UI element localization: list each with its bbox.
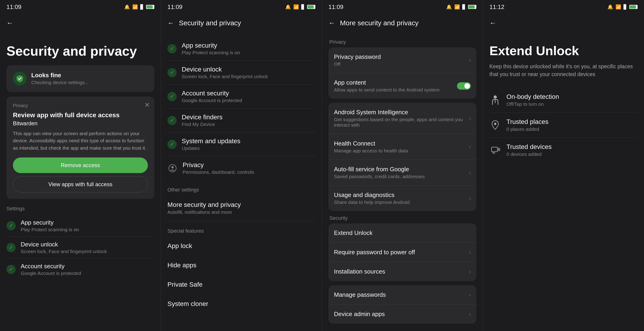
list-item[interactable]: ✓ Device unlock Screen lock, Face and fi…: [168, 61, 315, 85]
back-button-3[interactable]: ←: [328, 19, 335, 27]
check-icon-wrap: ✓: [6, 265, 16, 274]
item-text: Trusted devices 0 devices added: [506, 143, 552, 157]
usage-diagnostics-item[interactable]: Usage and diagnostics Share data to help…: [328, 186, 476, 211]
battery-icon-4: [629, 5, 638, 9]
gci-right: ›: [469, 269, 471, 275]
item-subtitle: Permissions, dashboard, controls: [182, 169, 254, 175]
gci-left: Auto-fill service from Google Saved pass…: [334, 166, 425, 179]
chevron-icon: ›: [469, 115, 471, 122]
gci-title: Device admin apps: [334, 311, 385, 318]
health-connect-item[interactable]: Health Connect Manage app access to heal…: [328, 134, 476, 160]
privacy-close-btn[interactable]: ✕: [144, 101, 150, 109]
item-text: Privacy Permissions, dashboard, controls: [182, 161, 254, 175]
item-text: App security Play Protect scanning is on: [182, 42, 240, 55]
trusted-devices-item[interactable]: Trusted devices 0 devices added: [490, 138, 638, 163]
check-icon-wrap: ✓: [6, 243, 16, 252]
screen4-content: Extend Unlock Keep this device unlocked …: [483, 32, 644, 331]
check-icon-wrap: ✓: [168, 68, 177, 77]
gci-title: Privacy password: [334, 53, 381, 60]
security-group-card: Extend Unlock Require password to power …: [328, 223, 476, 281]
status-icons-4: 🔔 📶 ▊: [608, 4, 638, 10]
remove-access-button[interactable]: Remove access: [13, 157, 148, 173]
gci-right: ›: [469, 195, 471, 202]
extend-unlock-description: Keep this device unlocked while it's on …: [490, 62, 638, 78]
shield-icon-1: [13, 72, 27, 85]
other-item-more-security[interactable]: More security and privacy Autofill, noti…: [168, 195, 315, 221]
list-item[interactable]: ✓ Account security Google Account is pro…: [168, 85, 315, 108]
status-bar-2: 11:09 🔔 📶 ▊: [161, 0, 322, 14]
list-item[interactable]: ✓ Account security Google Account is pro…: [6, 259, 154, 280]
status-card-subtitle-1: Checking device settings...: [31, 80, 89, 85]
toggle-on[interactable]: [457, 82, 471, 90]
settings-label-1: Settings: [6, 206, 154, 212]
require-password-item[interactable]: Require password to power off ›: [328, 243, 476, 262]
check-icon-wrap: ✓: [168, 116, 177, 125]
autofill-item[interactable]: Auto-fill service from Google Saved pass…: [328, 160, 476, 186]
view-apps-button[interactable]: View apps with full access: [13, 176, 148, 192]
back-button-4[interactable]: ←: [490, 19, 496, 27]
e-title: On-body detection: [506, 93, 559, 100]
screen2-title: Security and privacy: [179, 19, 241, 27]
page-title-1: Security and privacy: [6, 44, 154, 58]
special-item-title: Hide apps: [168, 262, 315, 269]
status-icons-1: 🔔 📶 ▊: [124, 4, 154, 10]
chevron-icon: ›: [469, 292, 471, 298]
check-icon-wrap: ✓: [168, 140, 177, 149]
android-intelligence-item[interactable]: Android System Intelligence Get suggesti…: [328, 103, 476, 134]
installation-sources-item[interactable]: Installation sources ›: [328, 262, 476, 281]
list-item[interactable]: ✓ Device unlock Screen lock, Face and fi…: [6, 237, 154, 259]
other-item-subtitle: Autofill, notifications and more: [168, 209, 315, 215]
list-item[interactable]: ✓ App security Play Protect scanning is …: [168, 37, 315, 61]
privacy-card-1: Privacy ✕ Review app with full device ac…: [6, 96, 154, 199]
list-item[interactable]: ✓ App security Play Protect scanning is …: [6, 215, 154, 237]
svg-point-1: [171, 166, 174, 168]
gci-subtitle: Saved passwords, credit cards, addresses: [334, 174, 425, 179]
signal-icon-1: ▊: [140, 4, 144, 10]
privacy-password-item[interactable]: Privacy password Off ›: [328, 47, 476, 73]
back-button-2[interactable]: ←: [168, 19, 174, 27]
item-title: Device finders: [182, 114, 222, 121]
e-subtitle: Off/Tap to turn on: [506, 101, 559, 107]
special-item-systemcloner[interactable]: System cloner: [168, 294, 315, 314]
special-item-applock[interactable]: App lock: [168, 236, 315, 256]
chevron-icon: ›: [469, 311, 471, 318]
check-mark: ✓: [9, 245, 13, 251]
check-icon-wrap: ✓: [168, 44, 177, 53]
list-item[interactable]: Privacy Permissions, dashboard, controls: [168, 156, 315, 180]
gci-title: Health Connect: [334, 140, 408, 147]
manage-passwords-item[interactable]: Manage passwords ›: [328, 285, 476, 305]
gci-right: ›: [469, 169, 471, 176]
item-subtitle: Google Account is protected: [21, 271, 81, 276]
screen-1: 11:09 🔔 📶 ▊ ← Security and privacy Looks…: [0, 0, 161, 331]
device-admin-item[interactable]: Device admin apps ›: [328, 305, 476, 324]
trusted-places-item[interactable]: Trusted places 0 places added: [490, 113, 638, 138]
gci-subtitle: Get suggestions based on the people, app…: [334, 117, 469, 128]
e-title: Trusted devices: [506, 143, 552, 151]
gci-right: ›: [469, 249, 471, 256]
status-icons-2: 🔔 📶 ▊: [285, 4, 315, 10]
chevron-icon: ›: [469, 249, 471, 256]
extend-unlock-item[interactable]: Extend Unlock: [328, 223, 476, 243]
notification-icon-1: 🔔: [124, 4, 130, 10]
location-icon: [490, 119, 501, 131]
item-title: Device unlock: [182, 66, 268, 73]
svg-point-2: [494, 95, 497, 99]
item-title: Privacy: [182, 161, 254, 169]
check-mark: ✓: [170, 70, 174, 76]
notification-icon-3: 🔔: [446, 4, 452, 10]
chevron-icon: ›: [469, 195, 471, 202]
special-features-label: Special features: [168, 228, 315, 234]
gci-title: Installation sources: [334, 268, 385, 275]
special-item-hideapps[interactable]: Hide apps: [168, 256, 315, 275]
status-bar-4: 11:12 🔔 📶 ▊: [483, 0, 644, 14]
list-item[interactable]: ✓ System and updates Updates: [168, 132, 315, 156]
item-subtitle: Updates: [182, 145, 240, 151]
app-content-item[interactable]: App content Allow apps to send content t…: [328, 73, 476, 99]
special-item-privatesafe[interactable]: Private Safe: [168, 275, 315, 294]
top-bar-2: ← Security and privacy: [161, 14, 322, 32]
device-icon: [490, 144, 501, 156]
item-subtitle: Screen lock, Face and fingerprint unlock: [182, 74, 268, 79]
list-item[interactable]: ✓ Device finders Find My Device: [168, 108, 315, 132]
on-body-detection-item[interactable]: On-body detection Off/Tap to turn on: [490, 88, 638, 113]
back-button-1[interactable]: ←: [6, 19, 13, 27]
